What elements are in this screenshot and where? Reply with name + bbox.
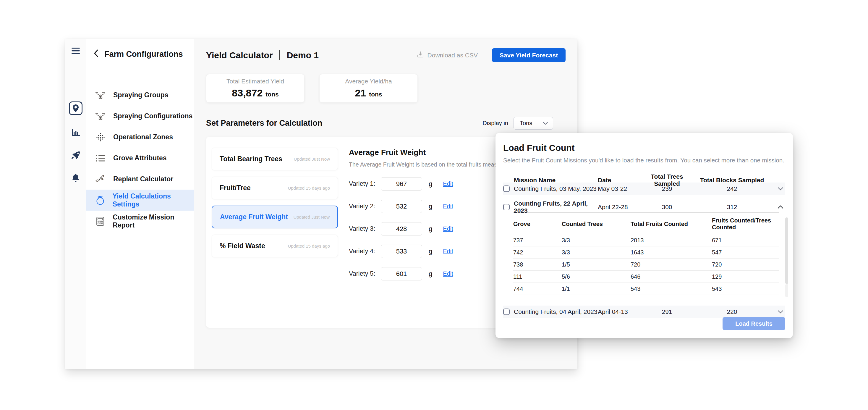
parameter-list: Total Bearing Trees Updated Just Now Fru… bbox=[206, 137, 340, 328]
sprout-icon bbox=[95, 175, 106, 184]
mission-checkbox[interactable] bbox=[503, 204, 510, 210]
total-fruits-counted: 543 bbox=[630, 286, 712, 292]
bell-icon[interactable] bbox=[71, 173, 80, 182]
sidebar-items: Spraying Groups Spraying Configurations … bbox=[86, 85, 194, 232]
page-header: Yield Calculator Demo 1 Download as CSV … bbox=[206, 48, 565, 62]
sidebar-item-label: Grove Attributes bbox=[113, 154, 167, 162]
edit-link[interactable]: Edit bbox=[443, 270, 453, 277]
fruit-icon bbox=[95, 196, 105, 205]
mission-name: Counting Fruits, 22 April, 2023 bbox=[514, 200, 598, 214]
sidebar-item-label: Yield Calculations Settings bbox=[113, 192, 194, 208]
display-in-label: Display in bbox=[483, 120, 508, 127]
sidebar-item-customize-mission-report[interactable]: Customize Mission Report bbox=[86, 211, 194, 232]
mission-groves-subtable: Grove Counted Trees Total Fruits Counted… bbox=[513, 212, 779, 295]
variety-3-input[interactable] bbox=[381, 222, 422, 235]
param-card-total-bearing-trees[interactable]: Total Bearing Trees Updated Just Now bbox=[212, 148, 338, 170]
download-csv-button[interactable]: Download as CSV bbox=[417, 51, 478, 59]
stat-unit: tons bbox=[369, 91, 382, 98]
grove-row: 738 1/5 720 720 bbox=[513, 259, 779, 271]
counted-trees: 1/5 bbox=[562, 261, 630, 268]
counted-trees: 5/6 bbox=[562, 273, 630, 280]
param-title: % Field Waste bbox=[220, 242, 265, 250]
param-updated-label: Updated Just Now bbox=[293, 214, 330, 219]
param-updated-label: Updated 15 days ago bbox=[288, 243, 330, 248]
missions-table-header: Mission Name Date Total Trees Sampled To… bbox=[503, 173, 785, 180]
back-chevron-icon[interactable] bbox=[94, 50, 98, 59]
chevron-down-icon[interactable] bbox=[778, 310, 785, 314]
sidebar-item-grove-attributes[interactable]: Grove Attributes bbox=[86, 148, 194, 169]
sidebar-item-spraying-configurations[interactable]: Spraying Configurations bbox=[86, 106, 194, 127]
chevron-down-icon bbox=[543, 122, 548, 125]
mission-row[interactable]: Counting Fruits, 04 April, 2023 April 04… bbox=[503, 305, 785, 318]
sidebar-item-replant-calculator[interactable]: Replant Calculator bbox=[86, 169, 194, 189]
param-title: Total Bearing Trees bbox=[220, 155, 282, 163]
drone-icon bbox=[95, 91, 106, 99]
map-view-button[interactable] bbox=[69, 101, 83, 115]
sidebar-item-yield-calculations-settings[interactable]: Yield Calculations Settings bbox=[86, 189, 194, 211]
bar-chart-icon[interactable] bbox=[71, 129, 80, 137]
fruits-per-trees: 671 bbox=[712, 237, 779, 244]
icon-rail bbox=[65, 39, 86, 369]
variety-5-input[interactable] bbox=[381, 267, 422, 281]
grove-id: 111 bbox=[513, 273, 562, 280]
sidebar-item-label: Customize Mission Report bbox=[113, 213, 194, 229]
mission-checkbox[interactable] bbox=[503, 309, 510, 315]
mission-row-expanded[interactable]: Counting Fruits, 22 April, 2023 April 22… bbox=[503, 200, 785, 212]
save-yield-forecast-button[interactable]: Save Yield Forecast bbox=[492, 48, 565, 62]
grove-row: 742 3/3 1643 547 bbox=[513, 246, 779, 259]
stat-unit: tons bbox=[266, 91, 278, 98]
stat-value: 21 bbox=[355, 87, 366, 99]
variety-label: Variety 1: bbox=[349, 180, 381, 187]
edit-link[interactable]: Edit bbox=[443, 248, 453, 255]
modal-scrollbar[interactable] bbox=[785, 217, 788, 284]
variety-2-input[interactable] bbox=[381, 200, 422, 213]
chevron-up-icon[interactable] bbox=[778, 205, 785, 209]
mission-blocks-sampled: 312 bbox=[691, 204, 773, 211]
sidebar-item-operational-zones[interactable]: Operational Zones bbox=[86, 127, 194, 148]
project-name: Demo 1 bbox=[287, 50, 319, 60]
edit-link[interactable]: Edit bbox=[443, 226, 453, 232]
variety-4-input[interactable] bbox=[381, 245, 422, 258]
param-title: Average Fruit Weight bbox=[220, 213, 288, 221]
column-grove: Grove bbox=[513, 221, 562, 228]
variety-1-input[interactable] bbox=[381, 177, 422, 191]
sidebar-header: Farm Configurations bbox=[86, 50, 194, 59]
mission-date: April 22-28 bbox=[598, 204, 643, 211]
farm-config-sidebar: Farm Configurations Spraying Groups Spra… bbox=[86, 39, 194, 369]
modal-title: Load Fruit Count bbox=[503, 143, 785, 153]
mission-checkbox[interactable] bbox=[503, 185, 510, 192]
mission-trees-sampled: 239 bbox=[643, 185, 691, 192]
mission-name: Counting Fruits, 04 April, 2023 bbox=[514, 308, 598, 315]
edit-link[interactable]: Edit bbox=[443, 180, 453, 187]
menu-icon[interactable] bbox=[71, 47, 81, 55]
load-fruit-count-modal: Load Fruit Count Select the Fruit Count … bbox=[495, 133, 793, 338]
unit-label: g bbox=[429, 180, 432, 188]
param-card-average-fruit-weight[interactable]: Average Fruit Weight Updated Just Now bbox=[212, 206, 338, 228]
total-fruits-counted: 1643 bbox=[630, 249, 712, 256]
column-total-fruits-counted: Total Fruits Counted bbox=[630, 221, 712, 228]
chevron-down-icon[interactable] bbox=[778, 187, 785, 191]
column-mission-name: Mission Name bbox=[514, 177, 598, 184]
download-icon bbox=[417, 51, 424, 59]
column-date: Date bbox=[598, 177, 643, 184]
param-updated-label: Updated Just Now bbox=[293, 156, 330, 162]
variety-label: Variety 3: bbox=[349, 225, 381, 233]
edit-link[interactable]: Edit bbox=[443, 203, 453, 210]
sidebar-item-spraying-groups[interactable]: Spraying Groups bbox=[86, 85, 194, 106]
stat-value: 83,872 bbox=[232, 87, 262, 99]
display-unit-select[interactable]: Tons bbox=[514, 117, 553, 129]
stat-label: Total Estimated Yield bbox=[226, 78, 284, 85]
mission-name: Counting Fruits, 03 May, 2023 bbox=[514, 185, 598, 192]
stat-label: Average Yield/ha bbox=[345, 78, 392, 85]
variety-label: Variety 2: bbox=[349, 203, 381, 210]
rocket-icon[interactable] bbox=[71, 151, 80, 159]
map-pin-icon bbox=[72, 104, 79, 112]
param-title: Fruit/Tree bbox=[220, 184, 251, 192]
sidebar-item-label: Spraying Configurations bbox=[113, 112, 192, 120]
param-card-field-waste[interactable]: % Field Waste Updated 15 days ago bbox=[212, 235, 338, 257]
variety-label: Variety 5: bbox=[349, 270, 381, 277]
fruits-per-trees: 129 bbox=[712, 273, 779, 280]
load-results-button[interactable]: Load Results bbox=[722, 317, 785, 330]
counted-trees: 3/3 bbox=[562, 237, 630, 244]
param-card-fruit-tree[interactable]: Fruit/Tree Updated 15 days ago bbox=[212, 177, 338, 199]
